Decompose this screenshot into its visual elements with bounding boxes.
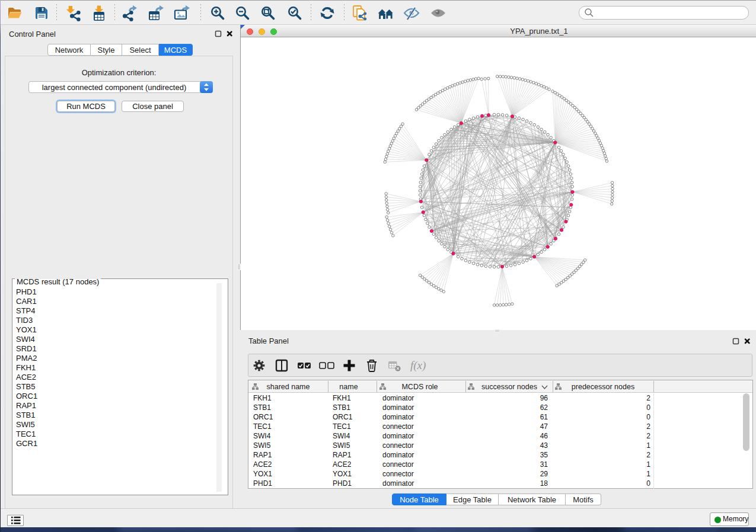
svg-text:successor nodes: successor nodes [481,383,537,391]
svg-text:f(x): f(x) [410,359,426,372]
svg-text:MCDS role: MCDS role [401,383,438,391]
svg-text:name: name [339,383,358,391]
svg-text:predecessor nodes: predecessor nodes [572,383,634,391]
svg-text:shared name: shared name [267,383,310,391]
